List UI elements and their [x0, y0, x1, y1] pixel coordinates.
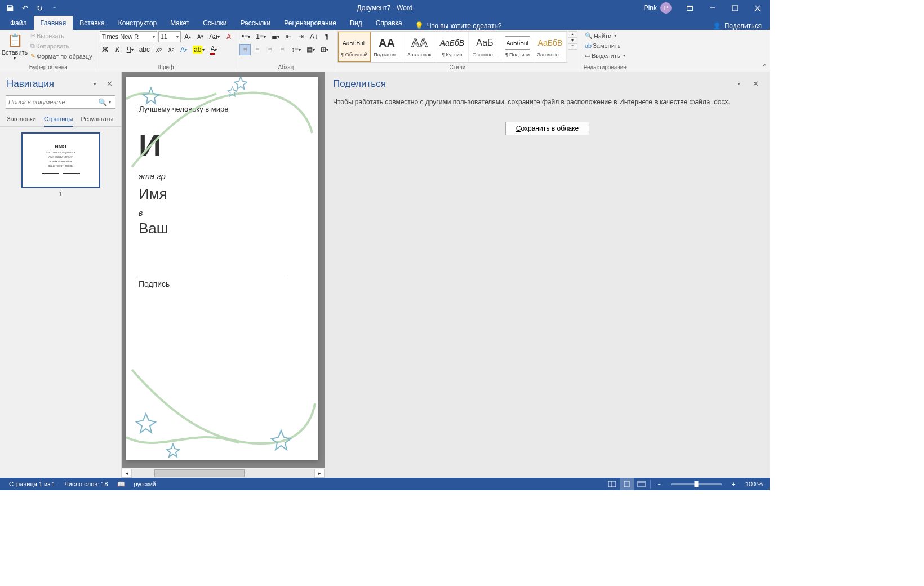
document-scroll[interactable]: Лучшему человеку в мире И эта гр Имя в В…: [122, 72, 325, 468]
tab-insert[interactable]: Вставка: [73, 16, 112, 30]
styles-scroll-down[interactable]: ▾: [568, 37, 578, 43]
view-web-layout[interactable]: [634, 478, 649, 490]
nav-tab-pages[interactable]: Страницы: [44, 116, 73, 127]
nav-search[interactable]: 🔍 ▾: [6, 95, 115, 109]
share-button-top[interactable]: 👤 Поделиться: [705, 22, 770, 30]
increase-indent-button[interactable]: ⇥: [295, 31, 306, 42]
change-case-button[interactable]: Aa▾: [207, 31, 222, 42]
nav-tab-results[interactable]: Результаты: [81, 116, 114, 126]
tab-references[interactable]: Ссылки: [196, 16, 233, 30]
font-name-combo[interactable]: Times New R▾: [100, 31, 157, 42]
font-color-button[interactable]: A▾: [208, 44, 219, 55]
align-center-button[interactable]: ≡: [252, 44, 263, 55]
style-item[interactable]: АаБОсновно...: [469, 32, 501, 62]
page-thumbnail[interactable]: ИМЯ эта грамота вручается Имя получателя…: [21, 132, 100, 188]
clear-formatting-button[interactable]: A̷: [223, 31, 234, 42]
find-button[interactable]: 🔍Найти▾: [583, 31, 619, 41]
nav-close-button[interactable]: ✕: [104, 78, 115, 90]
superscript-button[interactable]: x2: [166, 44, 177, 55]
undo-button[interactable]: ↶: [18, 1, 32, 15]
scroll-left-button[interactable]: ◂: [122, 469, 132, 478]
tab-layout[interactable]: Макет: [163, 16, 196, 30]
scroll-right-button[interactable]: ▸: [314, 469, 325, 478]
cut-button[interactable]: ✂Вырезать: [28, 31, 95, 41]
strikethrough-button[interactable]: abc: [137, 44, 152, 55]
zoom-in-button[interactable]: +: [726, 478, 741, 490]
align-left-button[interactable]: ≡: [239, 44, 251, 55]
chevron-down-icon[interactable]: ▾: [151, 34, 155, 39]
nav-tab-headings[interactable]: Заголовки: [7, 116, 36, 126]
nav-search-options[interactable]: ▾: [107, 100, 113, 105]
paste-button[interactable]: 📋 Вставить ▾: [2, 31, 27, 61]
scroll-track[interactable]: [132, 469, 314, 478]
doc-signature-label[interactable]: Подпись: [139, 279, 306, 288]
numbering-button[interactable]: 1≡▾: [254, 31, 268, 42]
status-proofing[interactable]: 📖: [113, 478, 130, 490]
share-options-button[interactable]: ▾: [736, 79, 742, 88]
copy-button[interactable]: ⧉Копировать: [28, 41, 95, 51]
underline-button[interactable]: Ч▾: [125, 44, 136, 55]
style-item[interactable]: АаБбВвГ¶ Обычный: [338, 32, 371, 62]
tab-help[interactable]: Справка: [369, 16, 409, 30]
borders-button[interactable]: ⊞▾: [318, 44, 331, 55]
status-language[interactable]: русский: [130, 478, 161, 490]
format-painter-button[interactable]: ✎Формат по образцу: [28, 51, 95, 61]
zoom-slider[interactable]: [671, 483, 722, 485]
align-right-button[interactable]: ≡: [264, 44, 276, 55]
styles-scroll-up[interactable]: ▴: [568, 31, 578, 37]
tell-me-search[interactable]: 💡 Что вы хотите сделать?: [409, 21, 508, 30]
redo-button[interactable]: ↻: [33, 1, 46, 15]
style-item[interactable]: ААПодзагол...: [371, 32, 403, 62]
subscript-button[interactable]: x2: [153, 44, 165, 55]
maximize-button[interactable]: [725, 0, 745, 16]
line-spacing-button[interactable]: ↕≡▾: [289, 44, 303, 55]
doc-text-med1[interactable]: Имя: [139, 185, 306, 203]
select-button[interactable]: ▭Выделить▾: [583, 51, 628, 60]
style-item[interactable]: АаБбВЗаголово...: [534, 32, 567, 62]
zoom-level[interactable]: 100 %: [741, 478, 765, 490]
bullets-button[interactable]: •≡▾: [239, 31, 252, 42]
text-effects-button[interactable]: A▾: [178, 44, 189, 55]
account-button[interactable]: Pink P: [644, 2, 672, 14]
doc-text-it1[interactable]: эта гр: [139, 171, 306, 181]
nav-search-input[interactable]: [8, 99, 98, 105]
document-page[interactable]: Лучшему человеку в мире И эта гр Имя в В…: [126, 77, 318, 460]
save-to-cloud-button[interactable]: Сохранить в облаке: [505, 122, 589, 135]
qat-customize-button[interactable]: ⁼: [47, 1, 61, 15]
justify-button[interactable]: ≡: [277, 44, 288, 55]
tab-design[interactable]: Конструктор: [112, 16, 163, 30]
horizontal-scrollbar[interactable]: ◂ ▸: [122, 468, 325, 478]
highlight-button[interactable]: ab▾: [190, 44, 207, 55]
style-item[interactable]: ААЗаголовок: [403, 32, 436, 62]
doc-text-it2[interactable]: в: [139, 208, 306, 217]
scroll-thumb[interactable]: [154, 469, 245, 477]
chevron-down-icon[interactable]: ▾: [175, 34, 179, 39]
doc-text-line1[interactable]: Лучшему человеку в мире: [139, 105, 306, 113]
tab-view[interactable]: Вид: [343, 16, 369, 30]
tab-home[interactable]: Главная: [34, 16, 73, 30]
view-print-layout[interactable]: [620, 478, 634, 490]
collapse-ribbon-button[interactable]: ^: [763, 63, 766, 69]
doc-text-big[interactable]: И: [139, 127, 306, 163]
zoom-knob[interactable]: [694, 481, 698, 487]
tab-review[interactable]: Рецензирование: [277, 16, 343, 30]
shading-button[interactable]: ▦▾: [304, 44, 317, 55]
font-size-combo[interactable]: 11▾: [158, 31, 181, 42]
share-close-button[interactable]: ✕: [750, 78, 762, 90]
decrease-indent-button[interactable]: ⇤: [283, 31, 294, 42]
styles-expand[interactable]: ⁼: [568, 43, 578, 50]
nav-options-button[interactable]: ▾: [92, 79, 98, 88]
italic-button[interactable]: К: [112, 44, 123, 55]
close-button[interactable]: [747, 0, 767, 16]
view-read-mode[interactable]: [605, 478, 620, 490]
zoom-out-button[interactable]: −: [652, 478, 667, 490]
show-marks-button[interactable]: ¶: [321, 31, 332, 42]
tab-file[interactable]: Файл: [3, 16, 34, 30]
status-word-count[interactable]: Число слов: 18: [60, 478, 112, 490]
minimize-button[interactable]: [702, 0, 722, 16]
save-button[interactable]: [3, 1, 17, 15]
doc-text-med2[interactable]: Ваш: [139, 220, 306, 237]
sort-button[interactable]: A↓: [308, 31, 320, 42]
tab-mailings[interactable]: Рассылки: [233, 16, 277, 30]
replace-button[interactable]: abЗаменить: [583, 41, 623, 50]
